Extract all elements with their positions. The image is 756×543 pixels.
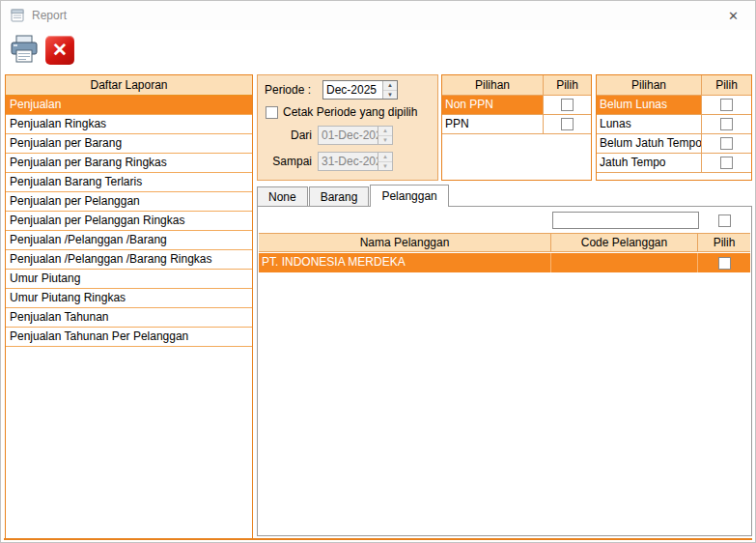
dari-spinner: 01-Dec-2025 ▲ ▼	[318, 126, 393, 145]
ppn-row-checkbox[interactable]	[561, 99, 574, 111]
report-list-item[interactable]: Penjualan per Pelanggan	[6, 192, 252, 212]
status-rows: Belum Lunas Lunas Belum Jatuh Tempo Jatu…	[597, 96, 751, 173]
print-button[interactable]	[7, 34, 42, 67]
cetak-periode-checkbox[interactable]	[266, 106, 278, 119]
spin-up-icon: ▲	[378, 127, 392, 136]
status-row-checkbox[interactable]	[720, 99, 733, 111]
ppn-row[interactable]: Non PPN	[442, 96, 591, 115]
status-col-pilih: Pilih	[702, 75, 751, 95]
titlebar: Report ✕	[1, 1, 755, 30]
report-list-item[interactable]: Penjualan per Pelanggan Ringkas	[6, 212, 252, 231]
tab-strip: NoneBarangPelanggan	[257, 185, 450, 207]
toolbar: ✕	[1, 30, 755, 72]
periode-panel: Periode : Dec-2025 ▲ ▼ Cetak Periode yan…	[257, 74, 438, 181]
report-list-item[interactable]: Penjualan per Barang	[6, 134, 252, 154]
window-close-icon[interactable]: ✕	[712, 1, 755, 30]
status-row[interactable]: Lunas	[597, 115, 751, 134]
tab[interactable]: None	[257, 186, 308, 207]
report-list-item[interactable]: Penjualan /Pelanggan /Barang Ringkas	[6, 250, 252, 270]
ppn-row[interactable]: PPN	[442, 115, 591, 134]
pelanggan-grid-rows: PT. INDONESIA MERDEKA	[259, 253, 750, 534]
ppn-col-pilihan: Pilihan	[442, 75, 544, 95]
filter-code-input[interactable]	[552, 212, 699, 229]
pelanggan-grid-header: Nama Pelanggan Code Pelanggan Pilih	[259, 233, 750, 252]
printer-icon	[8, 53, 41, 68]
sampai-spinner: 31-Dec-2025 ▲ ▼	[318, 152, 393, 171]
grid-filter-row	[260, 212, 749, 229]
periode-label: Periode :	[265, 83, 320, 97]
dari-value: 01-Dec-2025	[319, 127, 378, 144]
status-table-header: Pilihan Pilih	[597, 75, 751, 96]
spin-down-icon: ▼	[378, 136, 392, 145]
report-list-header: Daftar Laporan	[6, 75, 252, 96]
tab[interactable]: Barang	[309, 186, 370, 207]
report-list-item[interactable]: Penjualan Barang Terlaris	[6, 173, 252, 192]
col-code-pelanggan: Code Pelanggan	[551, 234, 698, 251]
report-list-item[interactable]: Umur Piutang	[6, 270, 252, 289]
dari-label: Dari	[265, 129, 318, 142]
pelanggan-row-checkbox[interactable]	[718, 257, 731, 270]
status-row[interactable]: Jatuh Tempo	[597, 154, 751, 173]
status-col-pilihan: Pilihan	[597, 75, 702, 95]
report-list-item[interactable]: Penjualan per Barang Ringkas	[6, 154, 252, 173]
spin-down-icon: ▼	[378, 162, 392, 171]
app-icon	[10, 8, 25, 23]
spin-up-icon: ▲	[378, 153, 392, 162]
status-row[interactable]: Belum Jatuh Tempo	[597, 134, 751, 154]
filter-nama-cell[interactable]	[260, 212, 552, 229]
pelanggan-row[interactable]: PT. INDONESIA MERDEKA	[259, 253, 750, 272]
cetak-periode-label: Cetak Periode yang dipilih	[283, 105, 417, 119]
report-window: Report ✕ ✕ Daftar Laporan Penjual	[0, 0, 756, 543]
report-list: PenjualanPenjualan RingkasPenjualan per …	[6, 96, 252, 347]
col-pilih: Pilih	[698, 234, 750, 251]
periode-value[interactable]: Dec-2025	[323, 81, 382, 99]
report-list-panel: Daftar Laporan PenjualanPenjualan Ringka…	[5, 74, 253, 539]
window-title: Report	[32, 9, 67, 22]
col-nama-pelanggan: Nama Pelanggan	[259, 234, 551, 251]
cancel-button[interactable]: ✕	[45, 36, 74, 65]
report-list-item[interactable]: Penjualan Tahunan Per Pelanggan	[6, 328, 252, 347]
sampai-value: 31-Dec-2025	[319, 153, 378, 170]
ppn-table: Pilihan Pilih Non PPN PPN	[441, 74, 592, 181]
status-row[interactable]: Belum Lunas	[597, 96, 751, 115]
report-list-item[interactable]: Penjualan Ringkas	[6, 115, 252, 134]
bottom-divider	[4, 538, 752, 540]
report-list-item[interactable]: Umur Piutang Ringkas	[6, 289, 252, 308]
ppn-row-checkbox[interactable]	[561, 118, 574, 130]
ppn-table-header: Pilihan Pilih	[442, 75, 591, 96]
status-row-checkbox[interactable]	[720, 118, 733, 130]
ppn-rows: Non PPN PPN	[442, 96, 591, 134]
pelanggan-tab-panel: Nama Pelanggan Code Pelanggan Pilih PT. …	[257, 206, 752, 536]
spin-down-icon[interactable]: ▼	[383, 91, 397, 100]
sampai-label: Sampai	[265, 155, 318, 168]
spin-up-icon[interactable]: ▲	[383, 81, 397, 91]
report-list-item[interactable]: Penjualan /Pelanggan /Barang	[6, 231, 252, 250]
periode-spinner[interactable]: Dec-2025 ▲ ▼	[322, 80, 398, 100]
cancel-x-icon: ✕	[52, 40, 68, 60]
status-row-checkbox[interactable]	[720, 157, 733, 169]
report-list-item[interactable]: Penjualan	[6, 96, 252, 115]
status-table: Pilihan Pilih Belum Lunas Lunas Belum Ja…	[596, 74, 752, 181]
select-all-checkbox[interactable]	[718, 214, 731, 227]
ppn-col-pilih: Pilih	[544, 75, 591, 95]
report-list-item[interactable]: Penjualan Tahunan	[6, 308, 252, 328]
status-row-checkbox[interactable]	[720, 137, 733, 150]
tab[interactable]: Pelanggan	[370, 185, 448, 207]
